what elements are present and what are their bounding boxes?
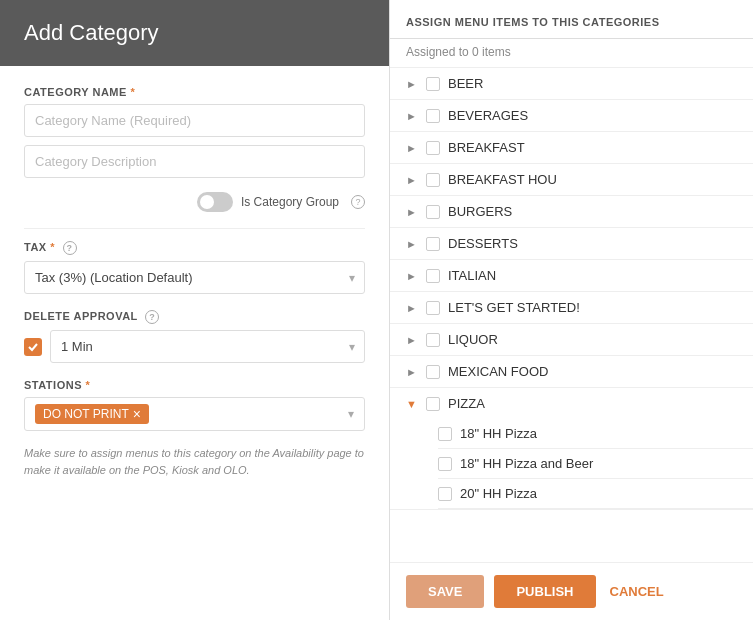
tax-select[interactable]: Tax (3%) (Location Default) (24, 261, 365, 294)
publish-button[interactable]: PUBLISH (494, 575, 595, 608)
delete-approval-select[interactable]: 1 Min (50, 330, 365, 363)
expand-arrow[interactable]: ► (406, 366, 418, 378)
delete-approval-select-wrapper: 1 Min ▾ (50, 330, 365, 363)
category-checkbox[interactable] (426, 333, 440, 347)
expand-arrow[interactable]: ► (406, 174, 418, 186)
category-item: ►BURGERS (390, 196, 753, 228)
right-header: ASSIGN MENU ITEMS TO THIS CATEGORIES (390, 0, 753, 39)
category-row[interactable]: ►Breakfast Hou (390, 164, 753, 195)
category-checkbox[interactable] (426, 109, 440, 123)
category-name-label: PIZZA (448, 396, 485, 411)
expand-arrow[interactable]: ► (406, 334, 418, 346)
expand-arrow[interactable]: ► (406, 78, 418, 90)
sub-item-name: 20" HH Pizza (460, 486, 537, 501)
sub-item-row[interactable]: 20" HH Pizza (438, 479, 753, 509)
tax-label: TAX * ? (24, 241, 365, 255)
right-panel: ASSIGN MENU ITEMS TO THIS CATEGORIES Ass… (390, 0, 753, 620)
sub-item-row[interactable]: 18" HH Pizza (438, 419, 753, 449)
tax-help-icon[interactable]: ? (63, 241, 77, 255)
delete-approval-row: 1 Min ▾ (24, 330, 365, 363)
stations-select-arrow: ▾ (348, 407, 354, 421)
stations-section: STATIONS * DO NOT PRINT × ▾ (24, 379, 365, 431)
category-row[interactable]: ►BEVERAGES (390, 100, 753, 131)
category-checkbox[interactable] (426, 269, 440, 283)
category-row[interactable]: ►LIQUOR (390, 324, 753, 355)
category-checkbox[interactable] (426, 237, 440, 251)
expand-arrow[interactable]: ► (406, 206, 418, 218)
is-category-group-toggle[interactable] (197, 192, 233, 212)
tax-required-star: * (50, 241, 55, 253)
note-text: Make sure to assign menus to this catego… (24, 445, 365, 478)
expand-arrow[interactable]: ► (406, 270, 418, 282)
category-item: ►BEER (390, 68, 753, 100)
sub-item-checkbox[interactable] (438, 457, 452, 471)
category-row[interactable]: ►LET'S GET STARTED! (390, 292, 753, 323)
sub-item-row[interactable]: 18" HH Pizza and Beer (438, 449, 753, 479)
left-panel: Add Category CATEGORY NAME * Is Category… (0, 0, 390, 620)
category-name-label: LET'S GET STARTED! (448, 300, 580, 315)
category-row[interactable]: ►MEXICAN FOOD (390, 356, 753, 387)
assigned-count: Assigned to 0 items (390, 45, 753, 68)
category-name-label: DESSERTS (448, 236, 518, 251)
category-name-label: MEXICAN FOOD (448, 364, 548, 379)
category-checkbox[interactable] (426, 301, 440, 315)
category-item: ►DESSERTS (390, 228, 753, 260)
items-list: ►BEER►BEVERAGES►BREAKFAST►Breakfast Hou►… (390, 68, 753, 562)
expand-arrow[interactable]: ► (406, 142, 418, 154)
toggle-help-icon[interactable]: ? (351, 195, 365, 209)
category-name-section: CATEGORY NAME * Is Category Group ? (24, 86, 365, 212)
category-item: ►BEVERAGES (390, 100, 753, 132)
category-description-input[interactable] (24, 145, 365, 178)
footer-buttons: SAVE PUBLISH CANCEL (390, 562, 753, 620)
save-button[interactable]: SAVE (406, 575, 484, 608)
category-checkbox[interactable] (426, 205, 440, 219)
stations-required-star: * (86, 379, 91, 391)
category-checkbox[interactable] (426, 365, 440, 379)
toggle-label: Is Category Group (241, 195, 339, 209)
category-item: ▼PIZZA18" HH Pizza18" HH Pizza and Beer2… (390, 388, 753, 510)
cancel-button[interactable]: CANCEL (610, 584, 664, 599)
category-row[interactable]: ▼PIZZA (390, 388, 753, 419)
sub-item-name: 18" HH Pizza and Beer (460, 456, 593, 471)
right-header-title: ASSIGN MENU ITEMS TO THIS CATEGORIES (406, 16, 737, 28)
delete-approval-help-icon[interactable]: ? (145, 310, 159, 324)
stations-tag-close[interactable]: × (133, 407, 141, 421)
category-name-input[interactable] (24, 104, 365, 137)
tax-section: TAX * ? Tax (3%) (Location Default) ▾ (24, 241, 365, 294)
stations-tag-select[interactable]: DO NOT PRINT × ▾ (24, 397, 365, 431)
category-row[interactable]: ►ITALIAN (390, 260, 753, 291)
sub-item-checkbox[interactable] (438, 427, 452, 441)
category-name-label: BEER (448, 76, 483, 91)
category-name-label: CATEGORY NAME * (24, 86, 365, 98)
category-name-label: ITALIAN (448, 268, 496, 283)
tax-select-wrapper: Tax (3%) (Location Default) ▾ (24, 261, 365, 294)
sub-item-checkbox[interactable] (438, 487, 452, 501)
category-checkbox[interactable] (426, 77, 440, 91)
category-name-label: BEVERAGES (448, 108, 528, 123)
category-checkbox[interactable] (426, 173, 440, 187)
expand-arrow[interactable]: ► (406, 238, 418, 250)
sub-item-name: 18" HH Pizza (460, 426, 537, 441)
left-header: Add Category (0, 0, 389, 66)
category-name-label: LIQUOR (448, 332, 498, 347)
category-item: ►ITALIAN (390, 260, 753, 292)
toggle-row: Is Category Group ? (24, 192, 365, 212)
expand-arrow[interactable]: ▼ (406, 398, 418, 410)
category-name-label: Breakfast Hou (448, 172, 557, 187)
expand-arrow[interactable]: ► (406, 302, 418, 314)
page-title: Add Category (24, 20, 365, 46)
delete-approval-checkbox[interactable] (24, 338, 42, 356)
category-row[interactable]: ►BREAKFAST (390, 132, 753, 163)
category-row[interactable]: ►BURGERS (390, 196, 753, 227)
category-item: ►LIQUOR (390, 324, 753, 356)
category-checkbox[interactable] (426, 141, 440, 155)
category-row[interactable]: ►DESSERTS (390, 228, 753, 259)
category-row[interactable]: ►BEER (390, 68, 753, 99)
category-item: ►BREAKFAST (390, 132, 753, 164)
category-item: ►LET'S GET STARTED! (390, 292, 753, 324)
category-checkbox[interactable] (426, 397, 440, 411)
category-name-label: BREAKFAST (448, 140, 525, 155)
expand-arrow[interactable]: ► (406, 110, 418, 122)
category-item: ►MEXICAN FOOD (390, 356, 753, 388)
delete-approval-label: DELETE APPROVAL ? (24, 310, 365, 324)
